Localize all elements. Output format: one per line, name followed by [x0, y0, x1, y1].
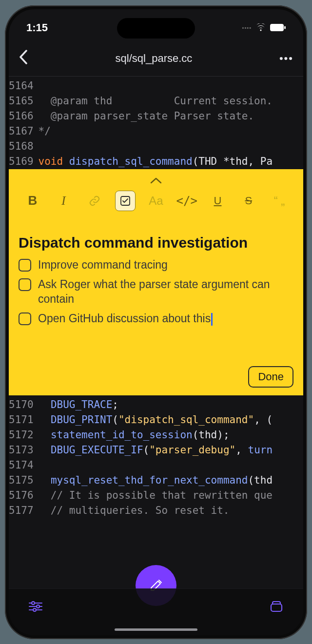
code-content: mysql_reset_thd_for_next_command(thd: [39, 473, 273, 488]
code-content: // multiqueries. So reset it.: [39, 503, 230, 518]
more-button[interactable]: •••: [279, 52, 293, 65]
line-number: 5167: [9, 124, 39, 139]
task-item[interactable]: Open GitHub discussion about this: [19, 312, 293, 326]
line-number: 5172: [9, 428, 39, 443]
line-number: 5173: [9, 443, 39, 458]
code-content: */: [39, 124, 51, 139]
code-content: DBUG_EXECUTE_IF("parser_debug", turn: [39, 443, 273, 458]
code-content: DBUG_TRACE;: [39, 397, 118, 412]
checkbox[interactable]: [19, 312, 31, 325]
status-time: 1:15: [26, 21, 48, 34]
line-number: 5169: [9, 154, 39, 169]
cellular-dots-icon: ••••: [242, 25, 252, 31]
format-underline-button[interactable]: U: [208, 191, 228, 211]
page-title: sql/sql_parse.cc: [116, 52, 193, 65]
code-content: void dispatch_sql_command(THD *thd, Pa: [39, 154, 273, 169]
format-code-button[interactable]: </>: [176, 191, 197, 211]
format-italic-button[interactable]: I: [53, 191, 74, 211]
line-number: 5170: [9, 397, 39, 412]
wifi-icon: [255, 21, 266, 34]
code-content: DBUG_PRINT("dispatch_sql_command", (: [39, 412, 273, 428]
settings-sliders-icon[interactable]: [28, 601, 43, 614]
line-number: 5171: [9, 412, 39, 428]
format-quote-button[interactable]: “ „: [269, 191, 290, 211]
code-line: 5167*/: [9, 124, 303, 139]
collapse-chevron-icon[interactable]: [19, 174, 293, 187]
phone-frame: 1:15 •••• sql/sql_parse.cc ••• 51645165 …: [5, 5, 307, 639]
format-strike-button[interactable]: S: [238, 191, 259, 211]
task-text[interactable]: Ask Roger what the parser state argument…: [38, 277, 293, 307]
code-view-top[interactable]: 51645165 @param thd Current session.5166…: [9, 76, 303, 169]
back-button[interactable]: [19, 49, 28, 68]
code-line: 5171 DBUG_PRINT("dispatch_sql_command", …: [9, 412, 303, 428]
battery-icon: [270, 21, 286, 34]
format-link-button[interactable]: [84, 191, 105, 211]
line-number: 5165: [9, 94, 39, 109]
line-number: 5175: [9, 473, 39, 488]
line-number: 5177: [9, 503, 39, 518]
code-content: // It is possible that rewritten que: [39, 488, 273, 503]
code-line: 5173 DBUG_EXECUTE_IF("parser_debug", tur…: [9, 443, 303, 458]
code-line: 5164: [9, 78, 303, 94]
task-text[interactable]: Open GitHub discussion about this: [38, 312, 213, 326]
text-cursor: [211, 313, 213, 326]
phone-screen: 1:15 •••• sql/sql_parse.cc ••• 51645165 …: [9, 9, 303, 635]
code-line: 5170 DBUG_TRACE;: [9, 397, 303, 412]
task-text[interactable]: Improve command tracing: [38, 258, 168, 273]
home-indicator[interactable]: [115, 628, 197, 631]
format-textstyle-button[interactable]: Aa: [146, 191, 166, 211]
format-checklist-button[interactable]: [115, 191, 136, 211]
task-list[interactable]: Improve command tracingAsk Roger what th…: [19, 258, 293, 326]
svg-point-4: [32, 602, 35, 605]
format-toolbar: B I Aa </> U S “ „: [19, 187, 293, 220]
svg-rect-0: [270, 24, 284, 31]
line-number: 5168: [9, 139, 39, 154]
code-line: 5165 @param thd Current session.: [9, 94, 303, 109]
code-line: 5177 // multiqueries. So reset it.: [9, 503, 303, 518]
svg-rect-1: [284, 26, 286, 29]
checkbox[interactable]: [19, 259, 31, 272]
code-content: statement_id_to_session(thd);: [39, 428, 230, 443]
line-number: 5164: [9, 78, 39, 94]
svg-point-8: [33, 608, 36, 611]
format-bold-button[interactable]: B: [22, 191, 43, 211]
task-item[interactable]: Improve command tracing: [19, 258, 293, 273]
note-title[interactable]: Dispatch command investigation: [19, 234, 293, 251]
code-view-bottom[interactable]: 5170 DBUG_TRACE;5171 DBUG_PRINT("dispatc…: [9, 395, 303, 519]
note-panel: B I Aa </> U S “ „ Dispatch command inve…: [9, 169, 303, 395]
line-number: 5176: [9, 488, 39, 503]
code-line: 5174: [9, 458, 303, 473]
code-content: @param thd Current session.: [39, 94, 273, 109]
line-number: 5174: [9, 458, 39, 473]
code-content: @param parser_state Parser state.: [39, 109, 254, 124]
code-line: 5166 @param parser_state Parser state.: [9, 109, 303, 124]
dynamic-island: [117, 18, 195, 39]
svg-rect-9: [271, 604, 282, 611]
code-line: 5175 mysql_reset_thd_for_next_command(th…: [9, 473, 303, 488]
task-item[interactable]: Ask Roger what the parser state argument…: [19, 277, 293, 307]
checkbox[interactable]: [19, 278, 31, 291]
code-line: 5176 // It is possible that rewritten qu…: [9, 488, 303, 503]
code-line: 5172 statement_id_to_session(thd);: [9, 428, 303, 443]
line-number: 5166: [9, 109, 39, 124]
status-right: ••••: [242, 21, 286, 34]
files-stack-icon[interactable]: [269, 600, 284, 615]
done-button[interactable]: Done: [248, 366, 293, 388]
code-line: 5169void dispatch_sql_command(THD *thd, …: [9, 154, 303, 169]
app-header: sql/sql_parse.cc •••: [9, 38, 303, 76]
svg-point-6: [37, 605, 39, 608]
code-line: 5168: [9, 139, 303, 154]
